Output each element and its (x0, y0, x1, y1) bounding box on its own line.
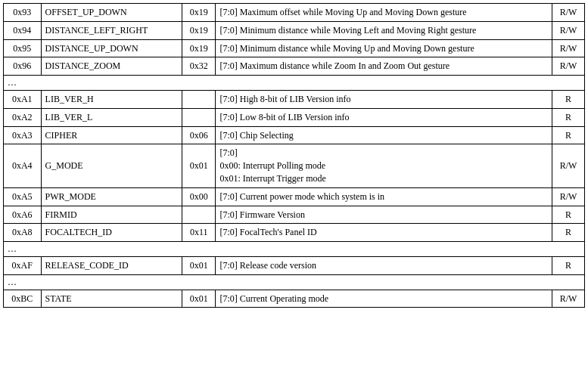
register-default: 0x32 (182, 57, 216, 76)
register-access: R/W (552, 144, 585, 187)
register-access: R/W (552, 290, 585, 308)
register-description: [7:0] Current power mode which system is… (216, 187, 552, 206)
register-description: [7:0] Minimum distance while Moving Left… (216, 21, 552, 39)
register-address: 0xBC (4, 290, 42, 308)
register-access: R (552, 224, 585, 242)
table-row: 0xAF RELEASE_CODE_ID 0x01 [7:0] Release … (4, 256, 585, 274)
register-address: 0x93 (4, 4, 42, 22)
register-access: R (552, 256, 585, 274)
register-table-container: 0x93 OFFSET_UP_DOWN 0x19 [7:0] Maximum o… (0, 0, 588, 311)
register-address: 0xA2 (4, 108, 42, 126)
register-name: STATE (41, 290, 182, 308)
table-row: 0x95 DISTANCE_UP_DOWN 0x19 [7:0] Minimum… (4, 39, 585, 57)
table-row: 0xA3 CIPHER 0x06 [7:0] Chip Selecting R (4, 126, 585, 144)
register-address: 0xA4 (4, 144, 42, 187)
register-description: [7:0] Chip Selecting (216, 126, 552, 144)
register-address: 0xA3 (4, 126, 42, 144)
register-description: [7:0] Maximum distance while Zoom In and… (216, 57, 552, 76)
register-description: [7:0] FocalTech's Panel ID (216, 224, 552, 242)
register-description: [7:0] Minimum distance while Moving Up a… (216, 39, 552, 57)
register-access: R/W (552, 4, 585, 22)
register-name: DISTANCE_ZOOM (41, 57, 182, 76)
register-default: 0x19 (182, 39, 216, 57)
ellipsis-row-2: … (4, 242, 585, 257)
register-name: LIB_VER_L (41, 108, 182, 126)
register-default: 0x01 (182, 256, 216, 274)
register-access: R (552, 108, 585, 126)
register-name: OFFSET_UP_DOWN (41, 4, 182, 22)
table-row: 0xA8 FOCALTECH_ID 0x11 [7:0] FocalTech's… (4, 224, 585, 242)
register-access: R/W (552, 187, 585, 206)
ellipsis-row: … (4, 76, 585, 91)
table-row: 0xA6 FIRMID [7:0] Firmware Version R (4, 206, 585, 224)
register-access: R (552, 126, 585, 144)
register-name: PWR_MODE (41, 187, 182, 206)
table-row: 0x96 DISTANCE_ZOOM 0x32 [7:0] Maximum di… (4, 57, 585, 76)
register-address: 0xA6 (4, 206, 42, 224)
table-row: 0xA5 PWR_MODE 0x00 [7:0] Current power m… (4, 187, 585, 206)
register-description: [7:0] 0x00: Interrupt Polling mode 0x01:… (216, 144, 552, 187)
register-description: [7:0] Release code version (216, 256, 552, 274)
register-description: [7:0] Firmware Version (216, 206, 552, 224)
register-address: 0xA8 (4, 224, 42, 242)
register-name: FOCALTECH_ID (41, 224, 182, 242)
table-row: 0xA1 LIB_VER_H [7:0] High 8-bit of LIB V… (4, 90, 585, 108)
register-description: [7:0] High 8-bit of LIB Version info (216, 90, 552, 108)
register-description: [7:0] Current Operating mode (216, 290, 552, 308)
table-row: 0xA4 G_MODE 0x01 [7:0] 0x00: Interrupt P… (4, 144, 585, 187)
register-default: 0x00 (182, 187, 216, 206)
register-default: 0x11 (182, 224, 216, 242)
register-default (182, 206, 216, 224)
register-description: [7:0] Low 8-bit of LIB Version info (216, 108, 552, 126)
ellipsis-row-3: … (4, 274, 585, 290)
register-default (182, 108, 216, 126)
register-access: R/W (552, 39, 585, 57)
register-name: DISTANCE_UP_DOWN (41, 39, 182, 57)
register-address: 0x95 (4, 39, 42, 57)
register-name: FIRMID (41, 206, 182, 224)
register-description: [7:0] Maximum offset while Moving Up and… (216, 4, 552, 22)
register-table: 0x93 OFFSET_UP_DOWN 0x19 [7:0] Maximum o… (3, 3, 585, 308)
register-name: LIB_VER_H (41, 90, 182, 108)
register-default: 0x19 (182, 4, 216, 22)
register-access: R (552, 206, 585, 224)
register-default: 0x01 (182, 144, 216, 187)
table-row: 0x93 OFFSET_UP_DOWN 0x19 [7:0] Maximum o… (4, 4, 585, 22)
register-access: R/W (552, 57, 585, 76)
register-default: 0x19 (182, 21, 216, 39)
table-row: 0xBC STATE 0x01 [7:0] Current Operating … (4, 290, 585, 308)
register-name: RELEASE_CODE_ID (41, 256, 182, 274)
register-default: 0x01 (182, 290, 216, 308)
register-address: 0xAF (4, 256, 42, 274)
register-access: R (552, 90, 585, 108)
table-row: 0xA2 LIB_VER_L [7:0] Low 8-bit of LIB Ve… (4, 108, 585, 126)
register-name: DISTANCE_LEFT_RIGHT (41, 21, 182, 39)
register-name: CIPHER (41, 126, 182, 144)
register-address: 0xA5 (4, 187, 42, 206)
register-default: 0x06 (182, 126, 216, 144)
register-access: R/W (552, 21, 585, 39)
table-row: 0x94 DISTANCE_LEFT_RIGHT 0x19 [7:0] Mini… (4, 21, 585, 39)
register-name: G_MODE (41, 144, 182, 187)
register-address: 0xA1 (4, 90, 42, 108)
register-address: 0x96 (4, 57, 42, 76)
register-address: 0x94 (4, 21, 42, 39)
register-default (182, 90, 216, 108)
